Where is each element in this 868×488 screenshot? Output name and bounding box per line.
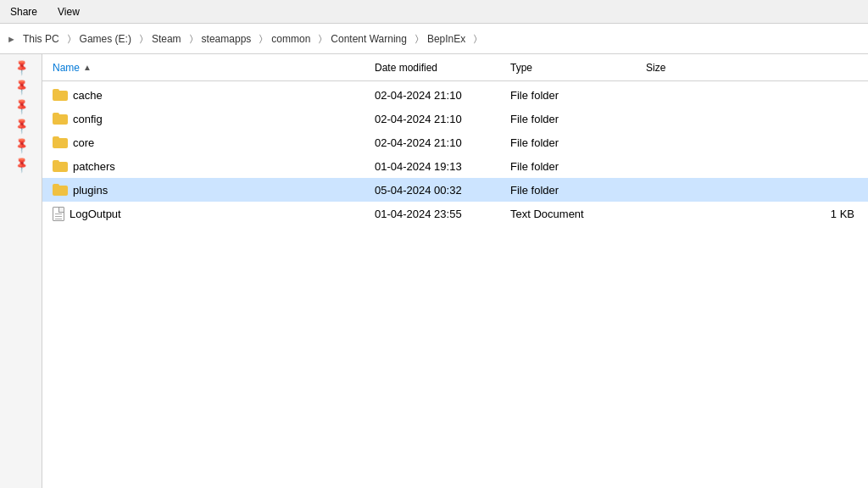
nav-pin-3[interactable]: 📌 xyxy=(12,117,31,136)
column-headers: Name ▲ Date modified Type Size xyxy=(42,54,868,81)
menu-bar: Share View xyxy=(0,0,868,24)
col-header-type[interactable]: Type xyxy=(507,58,643,77)
table-row[interactable]: cache 02-04-2024 21:10 File folder xyxy=(42,83,868,107)
sort-arrow: ▲ xyxy=(83,63,92,72)
table-row[interactable]: LogOutput 01-04-2024 23:55 Text Document… xyxy=(42,202,868,225)
file-date-plugins: 05-04-2024 00:32 xyxy=(371,180,507,200)
file-date-logoutput: 01-04-2024 23:55 xyxy=(371,204,507,224)
breadcrumb-steamapps[interactable]: steamapps xyxy=(198,31,255,47)
breadcrumb-arrow: ► xyxy=(7,34,16,44)
file-type-logoutput: Text Document xyxy=(507,204,643,224)
file-list: cache 02-04-2024 21:10 File folder confi… xyxy=(42,81,868,488)
file-name-cache: cache xyxy=(49,86,371,105)
breadcrumb-steam[interactable]: Steam xyxy=(148,31,185,47)
file-size-config xyxy=(643,115,861,122)
nav-pin-1[interactable]: 📌 xyxy=(12,78,31,97)
menu-item-share[interactable]: Share xyxy=(7,4,41,19)
file-type-plugins: File folder xyxy=(507,180,643,200)
nav-panel: 📌 📌 📌 📌 📌 📌 xyxy=(0,54,42,488)
file-type-core: File folder xyxy=(507,133,643,152)
folder-icon xyxy=(53,184,68,196)
breadcrumb-bepinex[interactable]: BepInEx xyxy=(424,31,469,47)
table-row[interactable]: patchers 01-04-2024 19:13 File folder xyxy=(42,154,868,178)
nav-pin-4[interactable]: 📌 xyxy=(12,136,31,155)
table-row[interactable]: core 02-04-2024 21:10 File folder xyxy=(42,130,868,154)
breadcrumb-contentwarning[interactable]: Content Warning xyxy=(327,31,410,47)
breadcrumb-common[interactable]: common xyxy=(268,31,314,47)
file-size-patchers xyxy=(643,163,861,169)
col-header-size[interactable]: Size xyxy=(643,58,861,77)
file-size-core xyxy=(643,139,861,146)
table-row[interactable]: config 02-04-2024 21:10 File folder xyxy=(42,107,868,130)
breadcrumb-games[interactable]: Games (E:) xyxy=(76,31,135,47)
file-size-cache xyxy=(643,92,861,98)
file-label: core xyxy=(73,136,94,149)
col-name-label: Name xyxy=(53,62,80,74)
main-content: 📌 📌 📌 📌 📌 📌 Name ▲ Date modified Type Si… xyxy=(0,54,868,488)
file-date-cache: 02-04-2024 21:10 xyxy=(371,86,507,105)
breadcrumb-sep-6: 〉 xyxy=(472,33,479,44)
file-date-patchers: 01-04-2024 19:13 xyxy=(371,157,507,176)
menu-item-view[interactable]: View xyxy=(54,4,83,19)
file-label: LogOutput xyxy=(70,208,121,220)
file-area: Name ▲ Date modified Type Size cache 02-… xyxy=(42,54,868,488)
file-size-logoutput: 1 KB xyxy=(643,204,861,224)
breadcrumb-sep-5: 〉 xyxy=(414,33,420,44)
file-size-plugins xyxy=(643,186,861,193)
file-date-core: 02-04-2024 21:10 xyxy=(371,133,507,152)
breadcrumb-sep-1: 〉 xyxy=(138,33,145,44)
document-icon xyxy=(53,207,64,221)
file-date-config: 02-04-2024 21:10 xyxy=(371,109,507,129)
breadcrumb-sep-3: 〉 xyxy=(258,33,264,44)
breadcrumb-bar: ► This PC 〉 Games (E:) 〉 Steam 〉 steamap… xyxy=(0,24,868,54)
table-row[interactable]: plugins 05-04-2024 00:32 File folder xyxy=(42,178,868,202)
file-label: plugins xyxy=(73,184,108,197)
file-label: patchers xyxy=(73,160,115,173)
nav-pin-2[interactable]: 📌 xyxy=(12,97,31,116)
folder-icon xyxy=(53,89,68,101)
col-header-date[interactable]: Date modified xyxy=(371,58,507,77)
col-header-name[interactable]: Name ▲ xyxy=(49,58,371,77)
file-label: config xyxy=(73,113,103,125)
folder-icon xyxy=(53,113,68,125)
breadcrumb-sep-0: 〉 xyxy=(66,33,73,44)
file-name-patchers: patchers xyxy=(49,157,371,176)
breadcrumb-thispc[interactable]: This PC xyxy=(19,31,63,47)
file-type-patchers: File folder xyxy=(507,157,643,176)
file-type-config: File folder xyxy=(507,109,643,129)
file-type-cache: File folder xyxy=(507,86,643,105)
folder-icon xyxy=(53,160,68,172)
folder-icon xyxy=(53,136,68,148)
file-name-core: core xyxy=(49,133,371,152)
file-name-config: config xyxy=(49,109,371,129)
breadcrumb-sep-2: 〉 xyxy=(188,33,195,44)
breadcrumb-sep-4: 〉 xyxy=(317,33,324,44)
nav-pin-5[interactable]: 📌 xyxy=(12,156,31,175)
file-label: cache xyxy=(73,89,103,102)
nav-pin-0[interactable]: 📌 xyxy=(12,58,31,77)
file-name-plugins: plugins xyxy=(49,180,371,200)
file-name-logoutput: LogOutput xyxy=(49,203,371,225)
